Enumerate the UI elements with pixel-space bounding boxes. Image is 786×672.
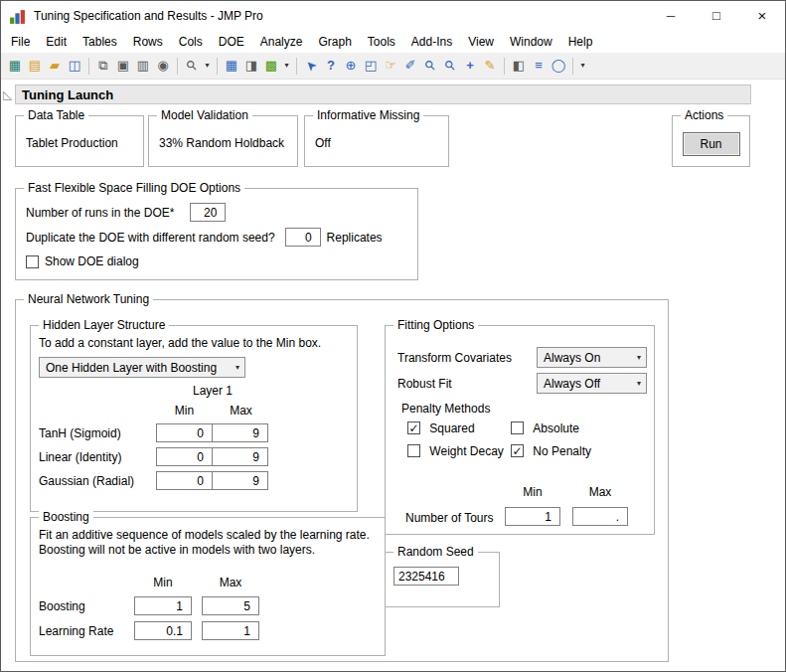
- hidden-layer-select[interactable]: One Hidden Layer with Boosting ▾: [39, 357, 245, 378]
- random-seed-input[interactable]: [393, 567, 459, 586]
- paste-icon[interactable]: ▣: [113, 56, 133, 76]
- boosting-group: Boosting Fit an additive sequence of mod…: [30, 517, 386, 656]
- menu-doe[interactable]: DOE: [211, 32, 252, 52]
- menu-file[interactable]: File: [3, 32, 38, 52]
- data-grid-icon[interactable]: ▦: [222, 56, 241, 76]
- menu-tools[interactable]: Tools: [360, 32, 403, 52]
- ellipse-icon[interactable]: ◯: [549, 56, 568, 76]
- overflow-caret-icon[interactable]: ▾: [577, 56, 588, 76]
- neural-network-tuning-legend: Neural Network Tuning: [24, 292, 153, 306]
- robust-fit-value: Always Off: [544, 377, 600, 391]
- runs-in-doe-label: Number of runs in the DOE*: [26, 206, 174, 220]
- toolbar-separator: [88, 58, 89, 75]
- data-table-value: Tablet Production: [26, 136, 143, 150]
- robust-fit-select[interactable]: Always Off ▾: [537, 373, 647, 394]
- linear-max-input[interactable]: [212, 447, 268, 466]
- layout-icon[interactable]: ▥: [133, 56, 153, 76]
- runs-in-doe-input[interactable]: [190, 203, 226, 222]
- close-button[interactable]: ×: [739, 1, 785, 31]
- learning-rate-max-input[interactable]: [202, 621, 259, 640]
- annotate-icon[interactable]: ◧: [509, 56, 529, 76]
- toolbar-separator: [217, 58, 218, 75]
- model-validation-value: 33% Random Holdback: [159, 136, 297, 150]
- tours-max-input[interactable]: [572, 507, 628, 526]
- tables-caret-icon[interactable]: ▾: [281, 56, 292, 76]
- transform-covariates-label: Transform Covariates: [397, 351, 512, 365]
- save-icon[interactable]: ◫: [65, 56, 84, 76]
- no-penalty-checkbox[interactable]: ✓: [511, 444, 524, 457]
- boosting-max-input[interactable]: [202, 596, 259, 615]
- menu-cols[interactable]: Cols: [171, 32, 211, 52]
- actions-group: Actions Run: [672, 115, 750, 167]
- menu-add-ins[interactable]: Add-Ins: [403, 32, 460, 52]
- minimize-button[interactable]: ─: [648, 1, 694, 31]
- tanh-max-input[interactable]: [212, 423, 268, 442]
- boosting-hint: Fit an additive sequence of models scale…: [39, 528, 375, 558]
- duplicate-doe-label: Duplicate the DOE with different random …: [26, 231, 275, 245]
- table-edit-icon[interactable]: ▩: [261, 56, 281, 76]
- new-journal-icon[interactable]: ▤: [25, 56, 45, 76]
- actions-legend: Actions: [681, 108, 727, 122]
- gaussian-min-input[interactable]: [156, 471, 213, 490]
- chevron-down-icon: ▾: [236, 363, 239, 372]
- tours-min-input[interactable]: [505, 507, 560, 526]
- replicates-input[interactable]: [285, 228, 321, 247]
- model-validation-legend: Model Validation: [157, 108, 252, 122]
- lasso-icon[interactable]: ✎: [480, 56, 500, 76]
- menu-graph[interactable]: Graph: [310, 32, 359, 52]
- app-icon[interactable]: [9, 8, 26, 25]
- report-content: ◺ Tuning Launch Data Table Tablet Produc…: [1, 80, 785, 671]
- show-doe-dialog-checkbox[interactable]: [26, 255, 39, 268]
- hidden-layer-hint: To add a constant layer, add the value t…: [39, 336, 321, 351]
- random-seed-legend: Random Seed: [393, 545, 478, 559]
- learning-rate-min-input[interactable]: [134, 621, 192, 640]
- menu-rows[interactable]: Rows: [125, 32, 171, 52]
- menu-analyze[interactable]: Analyze: [252, 32, 311, 52]
- gaussian-max-input[interactable]: [212, 471, 268, 490]
- number-of-tours-label: Number of Tours: [405, 511, 493, 525]
- linear-min-input[interactable]: [156, 447, 213, 466]
- table-views-icon[interactable]: ◨: [241, 56, 261, 76]
- no-penalty-checkbox-row: ✓ No Penalty: [511, 443, 591, 458]
- menu-help[interactable]: Help: [560, 32, 601, 52]
- model-validation-group: Model Validation 33% Random Holdback: [148, 115, 298, 167]
- tours-max-header: Max: [572, 485, 628, 499]
- informative-missing-value: Off: [315, 136, 448, 150]
- squared-checkbox-row: ✓ Squared: [407, 420, 475, 435]
- boosting-row-label: Boosting: [39, 599, 124, 613]
- run-button[interactable]: Run: [683, 132, 740, 156]
- fit-region-icon[interactable]: ◰: [361, 56, 381, 76]
- hls-min-header: Min: [156, 403, 213, 419]
- tanh-min-input[interactable]: [156, 423, 213, 442]
- menu-edit[interactable]: Edit: [38, 32, 75, 52]
- open-icon[interactable]: ▰: [45, 56, 65, 76]
- no-penalty-label: No Penalty: [533, 444, 591, 458]
- lock-icon[interactable]: ◉: [153, 56, 173, 76]
- new-data-table-icon[interactable]: ▦: [5, 56, 25, 76]
- toolbar-separator: [572, 58, 573, 75]
- menu-window[interactable]: Window: [502, 32, 560, 52]
- menu-view[interactable]: View: [460, 32, 502, 52]
- squared-checkbox[interactable]: ✓: [407, 421, 420, 434]
- weight-decay-checkbox[interactable]: [407, 444, 420, 457]
- layer-1-header: Layer 1: [156, 384, 269, 398]
- disclosure-triangle-icon[interactable]: ◺: [3, 87, 12, 101]
- window-controls: ─ □ ×: [648, 1, 785, 31]
- toolbar: ▦ ▤ ▰ ◫ ⧉ ▣ ▥ ◉ ⚲ ▾ ▦ ◨ ▩ ▾ ➤ ? ⊕ ◰ ☞ ✐ …: [1, 53, 785, 80]
- penalty-methods-label: Penalty Methods: [401, 402, 490, 416]
- boosting-min-input[interactable]: [134, 596, 192, 615]
- tuning-launch-header[interactable]: Tuning Launch: [15, 84, 751, 104]
- crosshair-icon[interactable]: ⊕: [341, 56, 361, 76]
- tanh-label: TanH (Sigmoid): [39, 426, 156, 440]
- lines-icon[interactable]: ≡: [529, 56, 549, 76]
- absolute-checkbox[interactable]: [511, 421, 524, 434]
- copy-icon[interactable]: ⧉: [93, 56, 113, 76]
- app-window: Tuning Specification and Results - JMP P…: [0, 0, 786, 672]
- squared-label: Squared: [429, 421, 474, 435]
- grabber-icon[interactable]: ☞: [381, 56, 400, 76]
- menu-tables[interactable]: Tables: [75, 32, 125, 52]
- maximize-button[interactable]: □: [694, 1, 739, 31]
- hidden-layer-select-value: One Hidden Layer with Boosting: [46, 361, 217, 375]
- robust-fit-label: Robust Fit: [397, 377, 452, 391]
- transform-covariates-select[interactable]: Always On ▾: [537, 347, 647, 368]
